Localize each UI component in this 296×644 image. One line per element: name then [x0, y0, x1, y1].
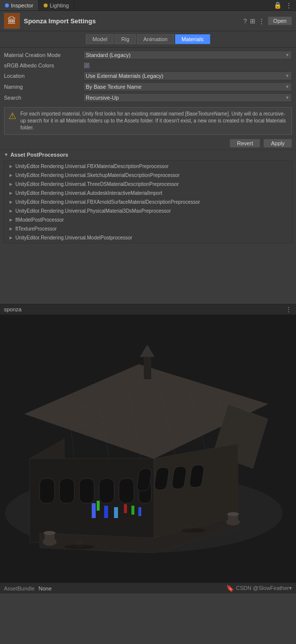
svg-point-37: [44, 531, 56, 535]
naming-dropdown[interactable]: By Base Texture Name ▼: [83, 82, 292, 91]
proc-item-9: UnityEditor.Rendering.Universal.ModelPos…: [15, 235, 132, 240]
asset-post-processors-label: Asset PostProcessors: [10, 152, 68, 158]
bookmark-icon: 🔖: [226, 585, 234, 592]
location-dropdown[interactable]: Use External Materials (Legacy) ▼: [83, 71, 292, 80]
asset-post-processors-header[interactable]: ▼ Asset PostProcessors: [0, 150, 296, 159]
proc-item-2: UnityEditor.Rendering.Universal.Sketchup…: [15, 173, 179, 178]
scene-view-header: sponza ⋮: [0, 304, 296, 315]
list-item[interactable]: ▶ UnityEditor.Rendering.Universal.Sketch…: [3, 171, 293, 179]
more-icon[interactable]: ⋮: [285, 1, 293, 9]
proc-item-6: UnityEditor.Rendering.Universal.Physical…: [15, 208, 171, 214]
svg-rect-31: [97, 501, 100, 511]
spacer: [0, 244, 296, 304]
inspector-dot: [5, 3, 9, 7]
proc-item-3: UnityEditor.Rendering.Universal.ThreeDSM…: [15, 181, 179, 187]
search-dropdown[interactable]: Recursive-Up ▼: [83, 93, 292, 102]
list-item[interactable]: ▶ ftModelPostProcessor: [3, 215, 293, 224]
info-box: ⚠ For each imported material, Unity firs…: [4, 107, 292, 135]
material-creation-mode-row: Material Creation Mode Standard (Legacy)…: [0, 50, 296, 60]
sub-tab-bar: Model Rig Animation Materials: [0, 31, 296, 48]
scene-title: sponza: [4, 306, 285, 312]
naming-label: Naming: [4, 84, 83, 90]
tab-lighting[interactable]: Lighting: [39, 0, 74, 10]
proc-arrow-6: ▶: [9, 209, 12, 213]
material-creation-mode-dropdown[interactable]: Standard (Legacy) ▼: [83, 51, 292, 59]
revert-button[interactable]: Revert: [230, 139, 260, 148]
lock-icon[interactable]: 🔒: [273, 1, 283, 9]
info-text: For each imported material, Unity first …: [20, 111, 288, 131]
svg-point-46: [181, 528, 206, 532]
svg-rect-30: [114, 507, 118, 518]
action-bar: Revert Apply: [0, 137, 296, 150]
layout-icon[interactable]: ⊞: [250, 17, 255, 25]
proc-arrow-8: ▶: [9, 227, 12, 231]
material-creation-mode-text: Standard (Legacy): [86, 52, 131, 58]
tab-model[interactable]: Model: [86, 34, 114, 44]
svg-rect-33: [131, 506, 134, 515]
svg-rect-28: [92, 503, 96, 518]
list-item[interactable]: ▶ UnityEditor.Rendering.Universal.Autode…: [3, 188, 293, 197]
proc-arrow-1: ▶: [9, 164, 12, 169]
tab-bar: Inspector Lighting 🔒 ⋮: [0, 0, 296, 11]
form-section: Material Creation Mode Standard (Legacy)…: [0, 48, 296, 105]
list-item[interactable]: ▶ UnityEditor.Rendering.Universal.ThreeD…: [3, 179, 293, 188]
tab-icons: 🔒 ⋮: [273, 1, 296, 9]
scene-viewport[interactable]: [0, 315, 296, 583]
tab-inspector-label: Inspector: [11, 2, 33, 8]
asset-icon: 🏛: [4, 13, 20, 29]
svg-rect-43: [144, 357, 151, 379]
dropdown-arrow-3: ▼: [285, 84, 290, 89]
svg-rect-17: [59, 478, 74, 503]
srgb-albedo-value: ✓: [83, 62, 292, 69]
tab-rig[interactable]: Rig: [115, 34, 136, 44]
help-icon[interactable]: ?: [243, 17, 247, 25]
proc-arrow-4: ▶: [9, 191, 12, 195]
tab-animation[interactable]: Animation: [137, 34, 174, 44]
bottom-bar: AssetBundle None 🔖 CSDN @SlowFeather▾: [0, 583, 296, 593]
svg-rect-32: [124, 504, 127, 513]
location-value: Use External Materials (Legacy) ▼: [83, 71, 292, 80]
dropdown-arrow-4: ▼: [285, 95, 290, 100]
search-row: Search Recursive-Up ▼: [0, 92, 296, 103]
header-more-icon[interactable]: ⋮: [258, 17, 265, 25]
proc-item-4: UnityEditor.Rendering.Universal.Autodesk…: [15, 190, 162, 196]
proc-arrow-9: ▶: [9, 235, 12, 240]
tab-materials[interactable]: Materials: [175, 34, 210, 44]
naming-value: By Base Texture Name ▼: [83, 82, 292, 91]
proc-item-8: ftTextureProcessor: [15, 226, 57, 232]
lighting-dot: [44, 3, 48, 7]
search-value: Recursive-Up ▼: [83, 93, 292, 102]
list-item[interactable]: ▶ ftTextureProcessor: [3, 224, 293, 233]
list-item[interactable]: ▶ UnityEditor.Rendering.Universal.Physic…: [3, 206, 293, 215]
naming-row: Naming By Base Texture Name ▼: [0, 81, 296, 92]
location-label: Location: [4, 73, 83, 79]
proc-arrow-5: ▶: [9, 200, 12, 204]
svg-rect-16: [40, 478, 55, 503]
scene-svg: [0, 315, 296, 583]
tab-inspector[interactable]: Inspector: [0, 0, 39, 10]
list-item[interactable]: ▶ UnityEditor.Rendering.Universal.ModelP…: [3, 233, 293, 242]
location-text: Use External Materials (Legacy): [86, 73, 164, 79]
material-creation-mode-label: Material Creation Mode: [4, 52, 83, 58]
proc-arrow-7: ▶: [9, 218, 12, 222]
search-text: Recursive-Up: [86, 95, 119, 101]
header-actions: ? ⊞ ⋮ Open: [243, 16, 292, 25]
open-button[interactable]: Open: [268, 16, 292, 25]
proc-arrow-2: ▶: [9, 173, 12, 177]
svg-rect-29: [104, 506, 108, 518]
scene-menu-icon[interactable]: ⋮: [285, 305, 292, 313]
svg-rect-20: [119, 478, 134, 503]
header-title: Sponza Import Settings: [24, 17, 239, 25]
svg-rect-19: [99, 478, 114, 503]
svg-point-45: [64, 544, 94, 549]
srgb-albedo-checkbox[interactable]: ✓: [83, 62, 90, 69]
srgb-albedo-label: sRGB Albedo Colors: [4, 62, 83, 68]
material-creation-mode-value: Standard (Legacy) ▼: [83, 51, 292, 59]
svg-point-40: [227, 512, 239, 516]
bottom-right: 🔖 CSDN @SlowFeather▾: [226, 585, 292, 592]
list-item[interactable]: ▶ UnityEditor.Rendering.Universal.FBXMat…: [3, 162, 293, 171]
apply-button[interactable]: Apply: [263, 139, 292, 148]
proc-item-7: ftModelPostProcessor: [15, 217, 64, 223]
proc-arrow-3: ▶: [9, 182, 12, 186]
list-item[interactable]: ▶ UnityEditor.Rendering.Universal.FBXArn…: [3, 197, 293, 206]
